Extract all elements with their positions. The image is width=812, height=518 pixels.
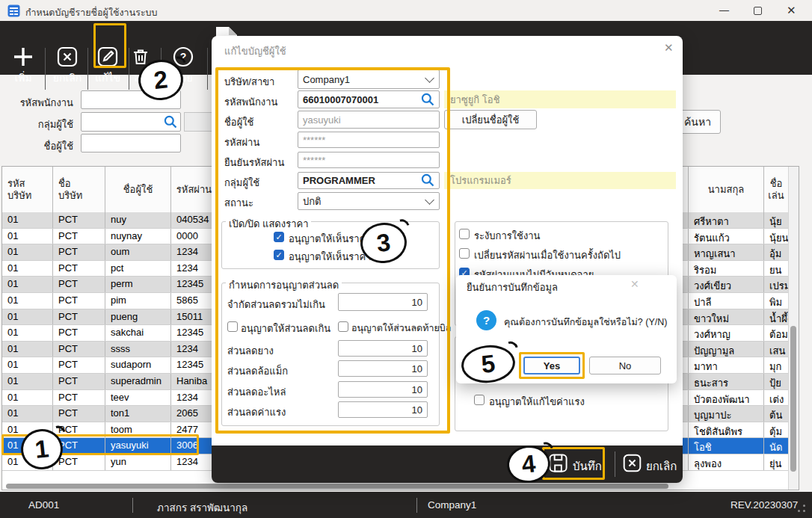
cell-company_code: 01 (2, 342, 53, 357)
cell-company_name: PCT (53, 261, 105, 277)
username-label: ชื่อผู้ใช้ (6, 138, 73, 154)
cell-surname: ศรีหาตา (688, 212, 764, 228)
cell-password: 12345 (171, 357, 218, 373)
cell-username: nuynay (105, 229, 171, 244)
header-username[interactable]: ชื่อผู้ใช้ (105, 167, 171, 212)
cell-password: 15011 (171, 309, 218, 325)
edit-dialog-footer (212, 445, 683, 483)
cell-nickname: น้ำผึ้ง (764, 309, 789, 325)
maximize-button[interactable] (754, 7, 762, 15)
cell-nickname: นุ้ยนาย (764, 229, 789, 244)
cell-nickname: พิม (764, 293, 789, 309)
cell-company_code: 01 (2, 390, 53, 406)
header-nickname[interactable]: ชื่อเล่น (764, 167, 789, 212)
minimize-button[interactable]: — (719, 4, 729, 16)
toolbar-separator (45, 48, 46, 90)
cell-nickname: ตุ้ม (764, 422, 789, 438)
cell-username: superadmin (105, 374, 171, 389)
user-group-hint-field (184, 112, 212, 132)
cell-username: perm (105, 277, 171, 292)
change-password-next-checkbox[interactable] (459, 248, 470, 259)
header-company-name[interactable]: ชื่อ บริษัท (53, 167, 105, 212)
edit-dialog-title: แก้ไขบัญชีผู้ใช้ (224, 43, 286, 59)
cell-surname: ปัญญามูล (688, 342, 764, 357)
cell-company_name: PCT (53, 277, 105, 292)
cell-surname: วงศ์เขียว (688, 277, 764, 292)
cell-surname: มาทา (688, 357, 764, 373)
add-button[interactable]: เพิ่ม (6, 46, 40, 86)
horizontal-scrollbar-thumb[interactable] (6, 484, 668, 489)
add-button-label: เพิ่ม (14, 70, 31, 86)
cell-password: 2065 (171, 406, 218, 422)
cell-surname: โชติสันติพร (688, 422, 764, 438)
user-group-hint: โปรแกรมเมอร์ (444, 172, 676, 189)
search-icon[interactable] (163, 114, 178, 129)
cell-company_name: PCT (53, 309, 105, 325)
cell-password: 1234 (171, 454, 218, 470)
no-button[interactable]: No (589, 357, 661, 374)
cell-company_name: PCT (53, 406, 105, 422)
close-button[interactable]: ✕ (787, 4, 796, 17)
cell-nickname: ยุ่น (764, 454, 789, 470)
edit-dialog-close-icon[interactable]: ✕ (664, 41, 674, 55)
cell-surname: หาญเสนา (688, 244, 764, 260)
cell-nickname: เสน (764, 342, 789, 357)
confirm-close-icon[interactable]: ✕ (630, 278, 639, 290)
cell-nickname: นัด (764, 438, 789, 454)
cell-company_code: 01 (2, 374, 53, 389)
employee-code-label: รหัสพนักงาน (6, 95, 73, 111)
confirm-message: คุณต้องการบันทึกข้อมูลใช่หรือไม่? (Y/N) (504, 315, 667, 330)
title-bar: กำหนดบัญชีรายชื่อผู้ใช้งานระบบ — ✕ (0, 0, 812, 21)
plus-icon (12, 46, 34, 68)
cell-username: teev (105, 390, 171, 406)
cancel-button-label: ยกเลิก (53, 70, 82, 86)
app-icon (7, 4, 20, 17)
cell-surname: บัวตองพัฒนา (688, 390, 764, 406)
cell-username: sakchai (105, 325, 171, 341)
cell-company_code: 01 (2, 229, 53, 244)
edit-button-label: แก้ไข (95, 70, 120, 86)
vertical-scrollbar-thumb[interactable] (790, 326, 796, 472)
cell-company_code: 01 (2, 261, 53, 277)
cell-surname: ริรอม (688, 261, 764, 277)
cell-nickname: ปุ้ย (764, 374, 789, 389)
cell-company_code: 01 (2, 406, 53, 422)
status-revision: REV.20230307 (731, 499, 798, 511)
cell-company_name: PCT (53, 229, 105, 244)
header-company-code[interactable]: รหัส บริษัท (2, 167, 53, 212)
cell-company_code: 01 (2, 293, 53, 309)
cell-surname: โอชิ (688, 438, 764, 454)
cell-company_name: PCT (53, 212, 105, 228)
edit-labor-checkbox[interactable] (474, 395, 485, 405)
cell-password: 12345 (171, 277, 218, 292)
dialog-cancel-button[interactable]: ยกเลิก (646, 457, 677, 475)
cell-surname: ขาวใหม่ (688, 309, 764, 325)
suspend-usage-checkbox[interactable] (459, 229, 470, 239)
change-username-button[interactable]: เปลี่ยนชื่อผู้ใช้ (444, 110, 537, 129)
cell-password: 1234 (171, 342, 218, 357)
footer-separator (615, 451, 615, 477)
highlight-box-edit-button (93, 23, 126, 68)
cell-username: yun (105, 454, 171, 470)
cell-password: 0000 (171, 229, 218, 244)
employee-name-hint: ยาซูยูกิ โอชิ (444, 90, 676, 108)
toolbar-separator (87, 48, 88, 90)
vertical-scrollbar[interactable] (788, 167, 799, 490)
header-surname[interactable]: นามสกุล (688, 167, 764, 212)
header-password[interactable]: รหัสผ่าน (171, 167, 218, 212)
cancel-button[interactable]: ยกเลิก (49, 46, 85, 86)
cell-username: sudaporn (105, 357, 171, 373)
change-password-next-checkbox-label: เปลี่ยนรหัสผ่านเมื่อใช้งานครั้งถัดไป (474, 247, 621, 263)
cell-company_code: 01 (2, 244, 53, 260)
cell-nickname: ต้น (764, 406, 789, 422)
cell-password: 1234 (171, 261, 218, 277)
status-separator (132, 498, 133, 513)
cell-password: 1234 (171, 390, 218, 406)
cell-company_code: 01 (2, 357, 53, 373)
username-input[interactable] (81, 134, 181, 152)
cell-surname: ปาลี (688, 293, 764, 309)
cell-password: Haniba (171, 374, 218, 389)
cell-nickname: อุ้ม (764, 244, 789, 260)
status-company: Company1 (428, 499, 476, 511)
cell-username: pim (105, 293, 171, 309)
